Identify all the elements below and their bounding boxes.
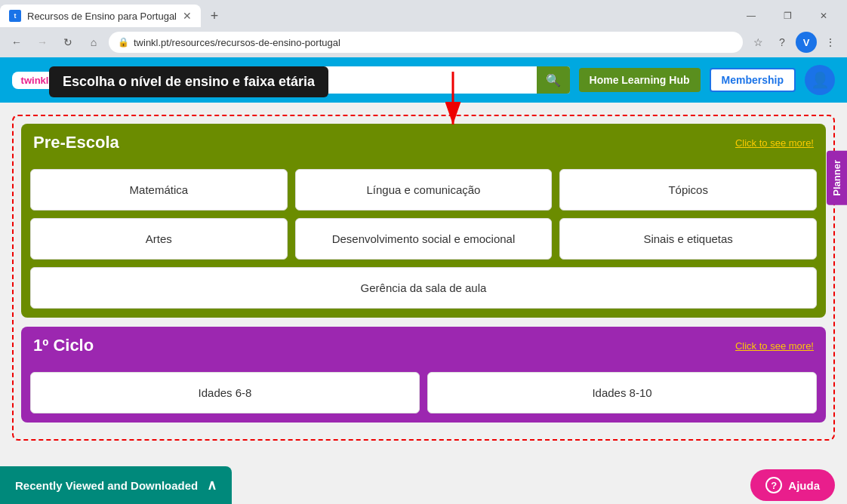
pre-escola-row2: Artes Desenvolvimento social e emocional… xyxy=(30,218,817,260)
reload-button[interactable]: ↻ xyxy=(57,32,79,53)
home-button[interactable]: ⌂ xyxy=(83,32,104,53)
card-idades-8-10[interactable]: Idades 8-10 xyxy=(427,372,817,413)
pre-escola-section: Pre-Escola Click to see more! Matemática… xyxy=(21,124,826,318)
ciclo-row1: Idades 6-8 Idades 8-10 xyxy=(30,372,817,413)
card-desenvolvimento[interactable]: Desenvolvimento social e emocional xyxy=(295,218,553,260)
membership-button[interactable]: Membership xyxy=(710,68,796,92)
tab-title: Recursos de Ensino para Portugal xyxy=(27,11,177,22)
ajuda-label: Ajuda xyxy=(788,479,820,492)
planner-tab[interactable]: Planner xyxy=(827,151,847,205)
card-matematica[interactable]: Matemática xyxy=(30,169,288,211)
pre-escola-grid: Matemática Língua e comunicação Tópicos … xyxy=(21,161,826,318)
tab-favicon: t xyxy=(9,10,21,22)
back-button[interactable]: ← xyxy=(6,32,27,53)
search-button[interactable]: 🔍 xyxy=(537,66,570,94)
main-content: Pre-Escola Click to see more! Matemática… xyxy=(0,103,847,453)
home-learning-hub-button[interactable]: Home Learning Hub xyxy=(579,68,701,92)
card-artes[interactable]: Artes xyxy=(30,218,288,260)
avatar-button[interactable]: 👤 xyxy=(805,65,835,95)
card-idades-6-8[interactable]: Idades 6-8 xyxy=(30,372,420,413)
new-tab-button[interactable]: + xyxy=(204,5,225,26)
red-arrow xyxy=(430,72,476,135)
profile-button[interactable]: V xyxy=(796,32,817,53)
ciclo-header: 1º Ciclo Click to see more! xyxy=(21,327,826,364)
menu-icon[interactable]: ⋮ xyxy=(820,32,841,53)
maximize-button[interactable]: ❐ xyxy=(770,5,805,27)
recently-viewed-button[interactable]: Recently Viewed and Downloaded ∧ xyxy=(0,466,232,504)
card-lingua[interactable]: Língua e comunicação xyxy=(295,169,553,211)
tab-close-icon[interactable]: ✕ xyxy=(183,10,192,22)
tooltip-box: Escolha o nível de ensino e faixa etária xyxy=(49,66,328,97)
pre-escola-title: Pre-Escola xyxy=(33,133,119,152)
ciclo-see-more-link[interactable]: Click to see more! xyxy=(735,340,814,352)
card-sinais[interactable]: Sinais e etiquetas xyxy=(559,218,817,260)
ciclo-section: 1º Ciclo Click to see more! Idades 6-8 I… xyxy=(21,327,826,423)
card-topicos[interactable]: Tópicos xyxy=(559,169,817,211)
bookmark-icon[interactable]: ☆ xyxy=(747,32,768,53)
url-text: twinkl.pt/resources/recursos-de-ensino-p… xyxy=(134,37,734,48)
address-bar: ← → ↻ ⌂ 🔒 twinkl.pt/resources/recursos-d… xyxy=(0,27,847,57)
lock-icon: 🔒 xyxy=(118,37,129,48)
pre-escola-row1: Matemática Língua e comunicação Tópicos xyxy=(30,169,817,211)
pre-escola-see-more-link[interactable]: Click to see more! xyxy=(735,137,814,149)
recently-viewed-label: Recently Viewed and Downloaded xyxy=(15,479,198,492)
tab-bar: t Recursos de Ensino para Portugal ✕ + —… xyxy=(0,0,847,27)
ajuda-circle-icon: ? xyxy=(765,477,782,493)
card-gerencia[interactable]: Gerência da sala de aula xyxy=(30,267,817,309)
pre-escola-header: Pre-Escola Click to see more! xyxy=(21,124,826,161)
url-bar[interactable]: 🔒 twinkl.pt/resources/recursos-de-ensino… xyxy=(109,32,743,53)
address-actions: ☆ ? V ⋮ xyxy=(747,32,841,53)
dashed-container: Pre-Escola Click to see more! Matemática… xyxy=(12,115,835,441)
tooltip-text: Escolha o nível de ensino e faixa etária xyxy=(63,74,315,89)
ajuda-button[interactable]: ? Ajuda xyxy=(750,469,835,501)
minimize-button[interactable]: — xyxy=(734,5,768,27)
window-controls: — ❐ ✕ xyxy=(734,5,847,27)
recently-viewed-chevron-icon: ∧ xyxy=(207,477,217,493)
active-tab[interactable]: t Recursos de Ensino para Portugal ✕ xyxy=(0,5,201,27)
close-button[interactable]: ✕ xyxy=(806,5,841,27)
help-icon[interactable]: ? xyxy=(772,32,793,53)
forward-button[interactable]: → xyxy=(32,32,53,53)
ciclo-grid: Idades 6-8 Idades 8-10 xyxy=(21,364,826,423)
pre-escola-row3: Gerência da sala de aula xyxy=(30,267,817,309)
bottom-bar: Recently Viewed and Downloaded ∧ ? Ajuda xyxy=(0,466,847,504)
ciclo-title: 1º Ciclo xyxy=(33,336,94,355)
tab-favicon-inner: t xyxy=(14,12,17,20)
browser-chrome: t Recursos de Ensino para Portugal ✕ + —… xyxy=(0,0,847,57)
